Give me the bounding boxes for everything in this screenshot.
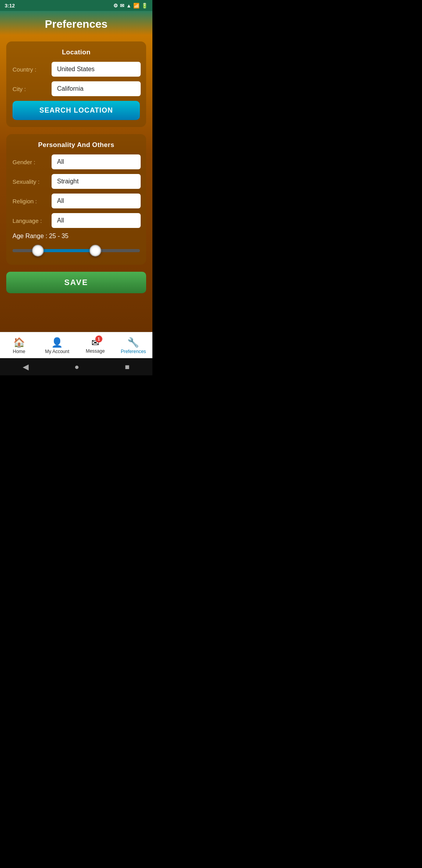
email-icon: ✉ <box>120 3 124 9</box>
status-bar: 3:12 ⚙ ✉ ▲ 📶 🔋 <box>0 0 152 11</box>
city-label: City : <box>13 86 52 92</box>
nav-my-account[interactable]: 👤 My Account <box>38 335 77 356</box>
save-button[interactable]: SAVE <box>6 272 146 293</box>
page-title: Preferences <box>0 18 152 30</box>
language-row: Language : <box>13 213 140 228</box>
status-icons: ⚙ ✉ ▲ 📶 🔋 <box>113 3 148 9</box>
language-input[interactable] <box>52 213 141 228</box>
sexuality-input[interactable] <box>52 174 141 189</box>
slider-thumb-max[interactable] <box>89 245 101 256</box>
gender-input[interactable] <box>52 154 141 169</box>
system-nav: ◀ ● ■ <box>0 358 152 375</box>
location-section: Location Country : City : SEARCH LOCATIO… <box>6 41 146 127</box>
slider-fill <box>38 249 95 252</box>
page-title-area: Preferences <box>0 11 152 35</box>
personality-title: Personality And Others <box>13 141 140 149</box>
country-label: Country : <box>13 66 52 73</box>
message-wrapper: ✉ 1 <box>91 337 99 348</box>
home-icon: 🏠 <box>13 337 25 348</box>
language-label: Language : <box>13 217 52 224</box>
message-badge: 1 <box>95 335 102 343</box>
slider-thumb-min[interactable] <box>32 245 44 256</box>
preferences-label: Preferences <box>121 349 146 354</box>
preferences-icon: 🔧 <box>127 337 139 348</box>
battery-icon: 🔋 <box>141 3 148 9</box>
home-label: Home <box>13 349 25 354</box>
bottom-nav: 🏠 Home 👤 My Account ✉ 1 Message 🔧 Prefer… <box>0 332 152 358</box>
back-button[interactable]: ◀ <box>23 362 29 371</box>
time-display: 3:12 <box>5 3 15 9</box>
country-input[interactable] <box>52 62 141 77</box>
wifi-icon: 📶 <box>133 3 139 9</box>
signal-icon: ▲ <box>126 3 131 9</box>
religion-label: Religion : <box>13 198 52 204</box>
gender-label: Gender : <box>13 159 52 165</box>
nav-preferences[interactable]: 🔧 Preferences <box>114 335 153 356</box>
home-button[interactable]: ● <box>74 362 79 371</box>
city-input[interactable] <box>52 81 141 96</box>
sexuality-row: Sexuality : <box>13 174 140 189</box>
recents-button[interactable]: ■ <box>125 362 129 371</box>
age-range-slider[interactable] <box>13 244 140 258</box>
location-title: Location <box>13 48 140 56</box>
religion-row: Religion : <box>13 194 140 208</box>
religion-input[interactable] <box>52 194 141 208</box>
nav-message[interactable]: ✉ 1 Message <box>76 336 114 355</box>
gender-row: Gender : <box>13 154 140 169</box>
personality-section: Personality And Others Gender : Sexualit… <box>6 134 146 265</box>
sexuality-label: Sexuality : <box>13 178 52 185</box>
nav-home[interactable]: 🏠 Home <box>0 335 38 356</box>
settings-icon: ⚙ <box>113 3 118 9</box>
age-range-label: Age Range : 25 - 35 <box>13 233 140 240</box>
country-row: Country : <box>13 62 140 77</box>
city-row: City : <box>13 81 140 96</box>
main-content: Location Country : City : SEARCH LOCATIO… <box>0 35 152 332</box>
message-label: Message <box>86 348 105 354</box>
account-icon: 👤 <box>51 337 63 348</box>
search-location-button[interactable]: SEARCH LOCATION <box>13 101 140 120</box>
account-label: My Account <box>45 349 69 354</box>
